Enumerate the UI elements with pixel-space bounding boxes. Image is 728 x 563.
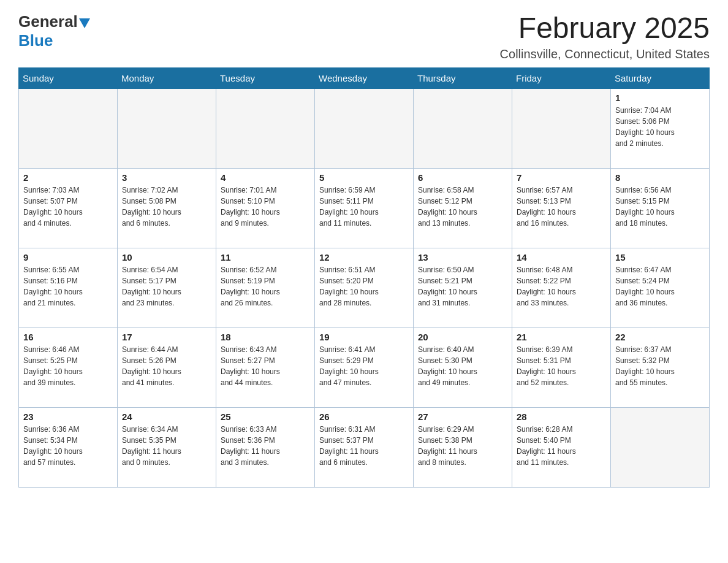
day-info: Sunrise: 6:39 AM Sunset: 5:31 PM Dayligh… <box>517 344 606 388</box>
day-number: 7 <box>517 172 606 183</box>
day-number: 18 <box>221 332 310 342</box>
day-info: Sunrise: 6:50 AM Sunset: 5:21 PM Dayligh… <box>418 264 507 308</box>
day-number: 17 <box>122 332 211 342</box>
day-of-week-header: Saturday <box>611 67 710 88</box>
calendar-body: 1Sunrise: 7:04 AM Sunset: 5:06 PM Daylig… <box>19 88 710 487</box>
day-number: 13 <box>418 252 507 262</box>
day-info: Sunrise: 6:43 AM Sunset: 5:27 PM Dayligh… <box>221 344 310 388</box>
calendar-day-cell <box>19 88 118 168</box>
day-info: Sunrise: 6:33 AM Sunset: 5:36 PM Dayligh… <box>221 424 310 468</box>
day-info: Sunrise: 6:46 AM Sunset: 5:25 PM Dayligh… <box>23 344 113 388</box>
day-number: 16 <box>23 332 113 342</box>
calendar-day-cell: 15Sunrise: 6:47 AM Sunset: 5:24 PM Dayli… <box>611 248 710 327</box>
day-of-week-header: Tuesday <box>216 67 315 88</box>
page-header: General Blue February 2025 Collinsville,… <box>18 12 710 61</box>
day-number: 27 <box>418 412 507 422</box>
calendar-day-cell <box>414 88 512 168</box>
calendar-week-row: 1Sunrise: 7:04 AM Sunset: 5:06 PM Daylig… <box>19 88 710 168</box>
calendar-day-cell: 1Sunrise: 7:04 AM Sunset: 5:06 PM Daylig… <box>611 88 710 168</box>
days-of-week-row: SundayMondayTuesdayWednesdayThursdayFrid… <box>19 67 710 88</box>
month-title: February 2025 <box>500 12 710 45</box>
day-info: Sunrise: 7:03 AM Sunset: 5:07 PM Dayligh… <box>23 185 113 229</box>
day-info: Sunrise: 7:01 AM Sunset: 5:10 PM Dayligh… <box>221 185 310 229</box>
calendar-day-cell <box>512 88 611 168</box>
day-number: 2 <box>23 172 113 183</box>
calendar-day-cell: 12Sunrise: 6:51 AM Sunset: 5:20 PM Dayli… <box>315 248 414 327</box>
day-number: 4 <box>221 172 310 183</box>
day-info: Sunrise: 6:54 AM Sunset: 5:17 PM Dayligh… <box>122 264 211 308</box>
day-info: Sunrise: 6:44 AM Sunset: 5:26 PM Dayligh… <box>122 344 211 388</box>
calendar-day-cell <box>118 88 216 168</box>
calendar-header: SundayMondayTuesdayWednesdayThursdayFrid… <box>19 67 710 88</box>
day-info: Sunrise: 6:48 AM Sunset: 5:22 PM Dayligh… <box>517 264 606 308</box>
title-section: February 2025 Collinsville, Connecticut,… <box>500 12 710 61</box>
calendar-day-cell: 14Sunrise: 6:48 AM Sunset: 5:22 PM Dayli… <box>512 248 611 327</box>
day-info: Sunrise: 6:59 AM Sunset: 5:11 PM Dayligh… <box>319 185 409 229</box>
calendar-day-cell: 22Sunrise: 6:37 AM Sunset: 5:32 PM Dayli… <box>611 327 710 407</box>
day-number: 6 <box>418 172 507 183</box>
day-info: Sunrise: 6:40 AM Sunset: 5:30 PM Dayligh… <box>418 344 507 388</box>
calendar-day-cell: 13Sunrise: 6:50 AM Sunset: 5:21 PM Dayli… <box>414 248 512 327</box>
day-number: 8 <box>615 172 705 183</box>
day-of-week-header: Sunday <box>19 67 118 88</box>
calendar-day-cell: 25Sunrise: 6:33 AM Sunset: 5:36 PM Dayli… <box>216 407 315 487</box>
calendar-day-cell: 23Sunrise: 6:36 AM Sunset: 5:34 PM Dayli… <box>19 407 118 487</box>
calendar-day-cell: 8Sunrise: 6:56 AM Sunset: 5:15 PM Daylig… <box>611 168 710 248</box>
calendar-day-cell: 21Sunrise: 6:39 AM Sunset: 5:31 PM Dayli… <box>512 327 611 407</box>
calendar-day-cell <box>611 407 710 487</box>
day-of-week-header: Monday <box>118 67 216 88</box>
calendar-day-cell: 24Sunrise: 6:34 AM Sunset: 5:35 PM Dayli… <box>118 407 216 487</box>
day-info: Sunrise: 6:31 AM Sunset: 5:37 PM Dayligh… <box>319 424 409 468</box>
day-number: 23 <box>23 412 113 422</box>
day-number: 20 <box>418 332 507 342</box>
day-number: 26 <box>319 412 409 422</box>
day-number: 9 <box>23 252 113 262</box>
logo-blue: Blue <box>18 31 53 50</box>
calendar-day-cell: 19Sunrise: 6:41 AM Sunset: 5:29 PM Dayli… <box>315 327 414 407</box>
day-number: 22 <box>615 332 705 342</box>
day-number: 25 <box>221 412 310 422</box>
calendar-day-cell <box>315 88 414 168</box>
day-info: Sunrise: 6:55 AM Sunset: 5:16 PM Dayligh… <box>23 264 113 308</box>
day-info: Sunrise: 6:41 AM Sunset: 5:29 PM Dayligh… <box>319 344 409 388</box>
day-number: 5 <box>319 172 409 183</box>
day-of-week-header: Thursday <box>414 67 512 88</box>
calendar-day-cell: 26Sunrise: 6:31 AM Sunset: 5:37 PM Dayli… <box>315 407 414 487</box>
calendar-day-cell: 2Sunrise: 7:03 AM Sunset: 5:07 PM Daylig… <box>19 168 118 248</box>
calendar-day-cell: 16Sunrise: 6:46 AM Sunset: 5:25 PM Dayli… <box>19 327 118 407</box>
day-of-week-header: Wednesday <box>315 67 414 88</box>
day-info: Sunrise: 6:56 AM Sunset: 5:15 PM Dayligh… <box>615 185 705 229</box>
calendar-day-cell: 27Sunrise: 6:29 AM Sunset: 5:38 PM Dayli… <box>414 407 512 487</box>
day-info: Sunrise: 6:57 AM Sunset: 5:13 PM Dayligh… <box>517 185 606 229</box>
location-text: Collinsville, Connecticut, United States <box>500 47 710 61</box>
day-info: Sunrise: 6:36 AM Sunset: 5:34 PM Dayligh… <box>23 424 113 468</box>
day-number: 24 <box>122 412 211 422</box>
calendar-table: SundayMondayTuesdayWednesdayThursdayFrid… <box>18 67 710 488</box>
calendar-day-cell: 11Sunrise: 6:52 AM Sunset: 5:19 PM Dayli… <box>216 248 315 327</box>
day-info: Sunrise: 7:04 AM Sunset: 5:06 PM Dayligh… <box>615 105 705 149</box>
calendar-week-row: 9Sunrise: 6:55 AM Sunset: 5:16 PM Daylig… <box>19 248 710 327</box>
day-info: Sunrise: 6:52 AM Sunset: 5:19 PM Dayligh… <box>221 264 310 308</box>
day-number: 19 <box>319 332 409 342</box>
calendar-day-cell: 18Sunrise: 6:43 AM Sunset: 5:27 PM Dayli… <box>216 327 315 407</box>
day-info: Sunrise: 6:47 AM Sunset: 5:24 PM Dayligh… <box>615 264 705 308</box>
calendar-week-row: 16Sunrise: 6:46 AM Sunset: 5:25 PM Dayli… <box>19 327 710 407</box>
day-number: 12 <box>319 252 409 262</box>
calendar-week-row: 23Sunrise: 6:36 AM Sunset: 5:34 PM Dayli… <box>19 407 710 487</box>
calendar-day-cell: 3Sunrise: 7:02 AM Sunset: 5:08 PM Daylig… <box>118 168 216 248</box>
calendar-day-cell: 10Sunrise: 6:54 AM Sunset: 5:17 PM Dayli… <box>118 248 216 327</box>
calendar-day-cell: 28Sunrise: 6:28 AM Sunset: 5:40 PM Dayli… <box>512 407 611 487</box>
calendar-day-cell: 20Sunrise: 6:40 AM Sunset: 5:30 PM Dayli… <box>414 327 512 407</box>
day-number: 15 <box>615 252 705 262</box>
day-number: 3 <box>122 172 211 183</box>
day-info: Sunrise: 6:37 AM Sunset: 5:32 PM Dayligh… <box>615 344 705 388</box>
logo: General Blue <box>18 12 93 50</box>
calendar-week-row: 2Sunrise: 7:03 AM Sunset: 5:07 PM Daylig… <box>19 168 710 248</box>
calendar-day-cell: 17Sunrise: 6:44 AM Sunset: 5:26 PM Dayli… <box>118 327 216 407</box>
calendar-day-cell: 5Sunrise: 6:59 AM Sunset: 5:11 PM Daylig… <box>315 168 414 248</box>
calendar-day-cell: 9Sunrise: 6:55 AM Sunset: 5:16 PM Daylig… <box>19 248 118 327</box>
day-number: 14 <box>517 252 606 262</box>
calendar-day-cell: 7Sunrise: 6:57 AM Sunset: 5:13 PM Daylig… <box>512 168 611 248</box>
day-info: Sunrise: 6:28 AM Sunset: 5:40 PM Dayligh… <box>517 424 606 468</box>
day-info: Sunrise: 6:34 AM Sunset: 5:35 PM Dayligh… <box>122 424 211 468</box>
